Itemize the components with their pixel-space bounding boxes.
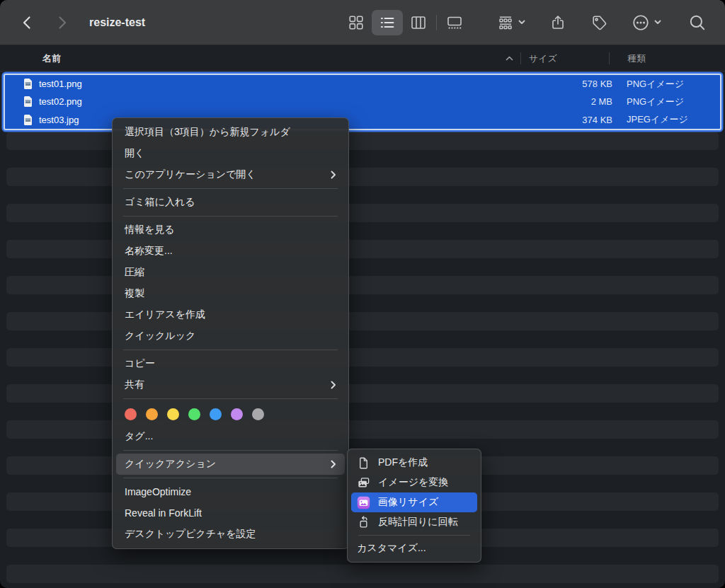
tag-button[interactable]: [588, 11, 610, 34]
more-actions-button[interactable]: [629, 11, 664, 35]
icon-view-button[interactable]: [341, 10, 372, 35]
tag-color-row: [113, 402, 348, 426]
menu-separator: [123, 188, 338, 189]
search-button[interactable]: [685, 11, 709, 35]
tag-color-dot[interactable]: [231, 408, 243, 420]
sort-ascending-icon: [506, 56, 513, 61]
menu-item-get-info[interactable]: 情報を見る: [116, 219, 345, 241]
tag-color-dot[interactable]: [167, 408, 179, 420]
list-column-header: 名前 サイズ 種類: [0, 45, 725, 71]
list-view-icon: [379, 14, 396, 31]
menu-item-quick-look[interactable]: クイックルック: [116, 325, 345, 347]
list-view-button[interactable]: [372, 10, 403, 35]
menu-item-move-to-trash[interactable]: ゴミ箱に入れる: [116, 192, 345, 213]
file-kind: PNGイメージ: [627, 96, 720, 108]
search-icon: [688, 13, 707, 32]
ellipsis-circle-icon: [632, 13, 650, 32]
share-icon: [549, 14, 566, 31]
menu-separator: [123, 478, 338, 478]
group-by-icon: [497, 14, 514, 31]
menu-separator: [123, 216, 338, 217]
submenu-chevron-icon: [331, 460, 336, 468]
menu-item-make-alias[interactable]: エイリアスを作成: [116, 304, 345, 325]
chevron-down-icon: [654, 20, 661, 25]
column-header-size[interactable]: サイズ: [529, 52, 557, 65]
menu-item-compress[interactable]: 圧縮: [116, 262, 345, 283]
image-file-icon: [23, 78, 33, 90]
submenu-item-customize[interactable]: カスタマイズ...: [351, 538, 477, 558]
column-divider[interactable]: [520, 52, 521, 64]
menu-separator: [123, 398, 338, 399]
alternating-row-stripe: [6, 565, 719, 583]
menu-item-open[interactable]: 開く: [116, 143, 345, 164]
file-size: 374 KB: [582, 115, 612, 125]
view-mode-segmented-control: [341, 10, 470, 35]
menu-item-tags[interactable]: タグ...: [116, 426, 345, 447]
finder-window: resize-test: [0, 0, 725, 588]
file-kind: JPEGイメージ: [627, 113, 720, 126]
tag-color-dot[interactable]: [146, 408, 158, 420]
tag-color-dot[interactable]: [210, 408, 222, 420]
tag-color-dot[interactable]: [125, 408, 137, 420]
context-menu: 選択項目（3項目）から新規フォルダ 開く このアプリケーションで開く ゴミ箱に入…: [112, 117, 349, 549]
toolbar-actions: [494, 11, 664, 35]
forward-button[interactable]: [52, 11, 72, 34]
column-header-kind[interactable]: 種類: [627, 52, 646, 65]
file-name: test01.png: [39, 79, 582, 89]
menu-item-image-optimize[interactable]: ImageOptimize: [116, 481, 345, 502]
rotate-counterclockwise-icon: [357, 516, 370, 529]
submenu-item-convert-image[interactable]: イメージを変換: [351, 473, 477, 492]
image-file-icon: [23, 114, 33, 126]
menu-separator: [123, 450, 338, 451]
quick-actions-submenu: PDFを作成 イメージを変換 画像リサイズ 反時計回りに回転 カスタマイズ...: [347, 449, 481, 563]
toolbar: resize-test: [0, 0, 725, 45]
file-row[interactable]: test01.png 578 KB PNGイメージ: [5, 75, 720, 93]
pdf-document-icon: [357, 456, 370, 470]
tag-icon: [590, 14, 607, 31]
menu-item-quick-actions[interactable]: クイックアクション: [116, 454, 345, 475]
gallery-view-icon: [446, 14, 463, 31]
tag-color-dot[interactable]: [188, 408, 200, 420]
menu-item-open-with[interactable]: このアプリケーションで開く: [116, 164, 345, 185]
menu-item-copy[interactable]: コピー: [116, 353, 345, 374]
menu-item-new-folder-from-selection[interactable]: 選択項目（3項目）から新規フォルダ: [116, 122, 345, 143]
nav-buttons: [17, 11, 72, 34]
column-divider[interactable]: [609, 52, 610, 64]
back-button[interactable]: [17, 11, 37, 34]
group-by-button[interactable]: [494, 11, 528, 34]
file-size: 2 MB: [591, 96, 612, 107]
submenu-chevron-icon: [331, 171, 336, 179]
view-divider: [436, 15, 437, 30]
submenu-item-image-resize[interactable]: 画像リサイズ: [351, 492, 477, 512]
share-button[interactable]: [547, 11, 569, 34]
convert-image-icon: [357, 476, 370, 490]
tag-color-dot[interactable]: [252, 408, 264, 420]
submenu-item-rotate-counterclockwise[interactable]: 反時計回りに回転: [351, 512, 477, 532]
menu-separator: [358, 535, 470, 536]
submenu-item-create-pdf[interactable]: PDFを作成: [351, 453, 477, 473]
image-resize-app-icon: [357, 496, 370, 509]
menu-item-set-desktop-picture[interactable]: デスクトップピクチャを設定: [116, 524, 345, 545]
column-view-button[interactable]: [403, 10, 434, 35]
menu-item-rename[interactable]: 名称変更...: [116, 241, 345, 262]
chevron-down-icon: [518, 20, 525, 25]
image-file-icon: [23, 96, 33, 108]
chevron-left-icon: [20, 14, 34, 31]
file-name: test02.png: [39, 96, 591, 107]
file-row[interactable]: test02.png 2 MB PNGイメージ: [5, 93, 720, 110]
menu-item-reveal-in-forklift[interactable]: Reveal in ForkLift: [116, 502, 345, 524]
icon-view-icon: [348, 14, 365, 31]
chevron-right-icon: [55, 14, 69, 31]
file-size: 578 KB: [582, 79, 612, 89]
column-view-icon: [410, 14, 427, 31]
menu-item-duplicate[interactable]: 複製: [116, 283, 345, 304]
gallery-view-button[interactable]: [439, 10, 470, 35]
menu-item-share[interactable]: 共有: [116, 374, 345, 396]
menu-separator: [123, 350, 338, 350]
column-header-name[interactable]: 名前: [42, 52, 61, 65]
submenu-chevron-icon: [331, 381, 336, 389]
file-kind: PNGイメージ: [627, 78, 720, 91]
window-title: resize-test: [89, 16, 145, 29]
